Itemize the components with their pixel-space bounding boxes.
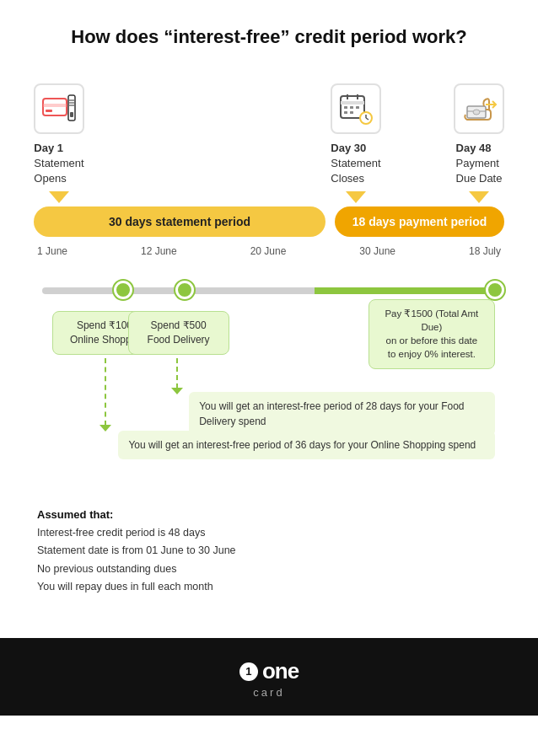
svg-point-22 bbox=[473, 110, 480, 115]
icons-row: Day 1StatementOpens bbox=[34, 83, 504, 204]
dashed-line-tx1 bbox=[105, 358, 106, 426]
info-box-food: You will get an interest-free period of … bbox=[189, 392, 495, 436]
date-30june: 30 June bbox=[359, 245, 395, 257]
footer-logo: 1 one card bbox=[0, 658, 538, 699]
payment-icon bbox=[460, 93, 498, 125]
svg-rect-13 bbox=[350, 106, 353, 109]
assumed-point-2: No previous outstanding dues bbox=[37, 560, 501, 578]
svg-rect-14 bbox=[356, 106, 359, 109]
label-day48: Day 48PaymentDue Date bbox=[456, 141, 503, 187]
timeline-container: Spend ₹1000Online Shopping Spend ₹500Foo… bbox=[34, 272, 504, 491]
info-box-shopping: You will get an interest-free period of … bbox=[118, 431, 494, 459]
dashed-arrow-tx2 bbox=[171, 388, 183, 394]
label-day30: Day 30StatementCloses bbox=[331, 141, 380, 187]
assumed-points: Interest-free credit period is 48 days S… bbox=[37, 524, 501, 596]
date-18july: 18 July bbox=[469, 245, 501, 257]
assumed-point-1: Statement date is from 01 June to 30 Jun… bbox=[37, 542, 501, 560]
info-food-text: You will get an interest-free period of … bbox=[199, 400, 464, 427]
label-day1: Day 1StatementOpens bbox=[34, 141, 83, 187]
footer-one-text: one bbox=[262, 658, 299, 684]
timeline-dot-18july bbox=[486, 281, 504, 299]
svg-rect-9 bbox=[341, 101, 364, 105]
timeline-dot-12june bbox=[114, 281, 132, 299]
assumed-title: Assumed that: bbox=[37, 508, 501, 521]
period-bars: 30 days statement period 18 days payment… bbox=[34, 206, 504, 237]
pay-box: Pay ₹1500 (Total Amt Due)on or before th… bbox=[369, 299, 495, 368]
page-title: How does “interest-free” credit period w… bbox=[34, 25, 504, 50]
icon-day48: Day 48PaymentDue Date bbox=[454, 83, 504, 204]
dashed-line-tx2 bbox=[176, 358, 178, 389]
svg-rect-7 bbox=[70, 112, 73, 117]
assumed-point-3: You will repay dues in full each month bbox=[37, 578, 501, 596]
arrow-day48 bbox=[469, 191, 489, 203]
diagram-wrapper: Day 1StatementOpens bbox=[34, 83, 504, 597]
timeline-dot-20june bbox=[175, 281, 194, 299]
assumed-section: Assumed that: Interest-free credit perio… bbox=[34, 508, 504, 596]
svg-rect-2 bbox=[46, 110, 52, 112]
icon-day1: Day 1StatementOpens bbox=[34, 83, 84, 204]
card-icon bbox=[41, 94, 77, 124]
svg-rect-12 bbox=[344, 106, 347, 109]
tx3-label: Pay ₹1500 (Total Amt Due)on or before th… bbox=[385, 308, 478, 359]
arrow-day1 bbox=[49, 191, 69, 203]
date-labels: 1 June 12 June 20 June 30 June 18 July bbox=[34, 245, 504, 257]
statement-period-bar: 30 days statement period bbox=[34, 206, 325, 237]
date-12june: 12 June bbox=[141, 245, 177, 257]
footer: 1 one card bbox=[0, 638, 538, 716]
assumed-point-0: Interest-free credit period is 48 days bbox=[37, 524, 501, 542]
svg-rect-15 bbox=[344, 111, 347, 114]
icon-box-payment bbox=[454, 83, 504, 134]
info-shopping-text: You will get an interest-free period of … bbox=[128, 439, 476, 451]
icon-day30: Day 30StatementCloses bbox=[331, 83, 381, 204]
icon-box-calendar bbox=[331, 83, 381, 134]
tx2-label: Spend ₹500Food Delivery bbox=[148, 319, 210, 346]
icon-box-card bbox=[34, 83, 84, 134]
tx-box-2: Spend ₹500Food Delivery bbox=[128, 311, 229, 355]
timeline-line bbox=[42, 287, 496, 294]
dashed-arrow-tx1 bbox=[100, 425, 111, 432]
footer-card-text: card bbox=[253, 686, 284, 699]
date-20june: 20 June bbox=[250, 245, 287, 257]
payment-period-bar: 18 days payment period bbox=[335, 206, 504, 237]
arrow-day30 bbox=[346, 191, 366, 203]
date-1june: 1 June bbox=[37, 245, 67, 257]
calendar-icon bbox=[338, 91, 374, 126]
svg-rect-1 bbox=[43, 104, 67, 107]
svg-rect-16 bbox=[350, 111, 353, 114]
